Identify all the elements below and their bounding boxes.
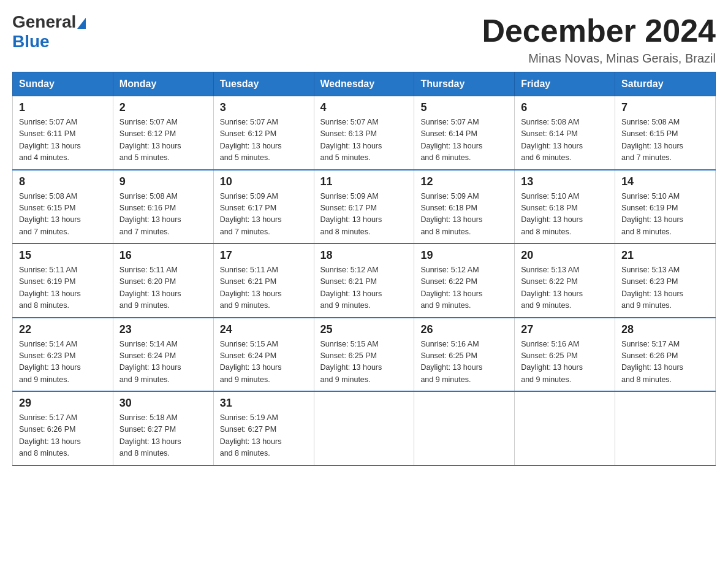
calendar-cell: 17Sunrise: 5:11 AM Sunset: 6:21 PM Dayli… xyxy=(213,243,314,318)
day-number: 27 xyxy=(521,323,609,336)
day-info: Sunrise: 5:09 AM Sunset: 6:17 PM Dayligh… xyxy=(320,191,408,239)
day-info: Sunrise: 5:13 AM Sunset: 6:23 PM Dayligh… xyxy=(621,264,709,312)
calendar-week-2: 8Sunrise: 5:08 AM Sunset: 6:15 PM Daylig… xyxy=(13,170,716,244)
day-info: Sunrise: 5:08 AM Sunset: 6:15 PM Dayligh… xyxy=(621,117,709,164)
calendar-week-1: 1Sunrise: 5:07 AM Sunset: 6:11 PM Daylig… xyxy=(13,96,716,170)
title-area: December 2024 Minas Novas, Minas Gerais,… xyxy=(482,12,716,66)
day-info: Sunrise: 5:09 AM Sunset: 6:18 PM Dayligh… xyxy=(420,191,508,239)
column-header-tuesday: Tuesday xyxy=(213,72,314,96)
column-header-wednesday: Wednesday xyxy=(314,72,414,96)
calendar-cell: 25Sunrise: 5:15 AM Sunset: 6:25 PM Dayli… xyxy=(314,318,414,392)
page-header: General Blue December 2024 Minas Novas, … xyxy=(12,12,716,66)
day-number: 1 xyxy=(19,101,107,114)
day-number: 25 xyxy=(320,323,408,336)
calendar-cell: 15Sunrise: 5:11 AM Sunset: 6:19 PM Dayli… xyxy=(13,243,113,318)
day-info: Sunrise: 5:16 AM Sunset: 6:25 PM Dayligh… xyxy=(420,339,508,386)
calendar-cell: 2Sunrise: 5:07 AM Sunset: 6:12 PM Daylig… xyxy=(113,96,213,170)
day-info: Sunrise: 5:16 AM Sunset: 6:25 PM Dayligh… xyxy=(521,339,609,386)
calendar-cell: 9Sunrise: 5:08 AM Sunset: 6:16 PM Daylig… xyxy=(113,170,213,244)
day-number: 24 xyxy=(220,323,308,336)
calendar-cell: 22Sunrise: 5:14 AM Sunset: 6:23 PM Dayli… xyxy=(13,318,113,392)
day-info: Sunrise: 5:08 AM Sunset: 6:14 PM Dayligh… xyxy=(521,117,609,164)
day-number: 2 xyxy=(119,101,207,114)
calendar-cell: 14Sunrise: 5:10 AM Sunset: 6:19 PM Dayli… xyxy=(615,170,716,244)
day-info: Sunrise: 5:17 AM Sunset: 6:26 PM Dayligh… xyxy=(621,339,709,386)
logo-general-text: General xyxy=(12,12,76,32)
day-number: 4 xyxy=(320,101,408,114)
column-header-friday: Friday xyxy=(515,72,615,96)
column-header-sunday: Sunday xyxy=(13,72,113,96)
day-info: Sunrise: 5:08 AM Sunset: 6:15 PM Dayligh… xyxy=(19,191,107,239)
column-header-monday: Monday xyxy=(113,72,213,96)
calendar-cell: 10Sunrise: 5:09 AM Sunset: 6:17 PM Dayli… xyxy=(213,170,314,244)
calendar-cell: 5Sunrise: 5:07 AM Sunset: 6:14 PM Daylig… xyxy=(414,96,515,170)
day-number: 17 xyxy=(220,249,308,262)
calendar-title: December 2024 xyxy=(482,12,716,49)
calendar-cell: 31Sunrise: 5:19 AM Sunset: 6:27 PM Dayli… xyxy=(213,391,314,465)
calendar-cell: 3Sunrise: 5:07 AM Sunset: 6:12 PM Daylig… xyxy=(213,96,314,170)
day-info: Sunrise: 5:07 AM Sunset: 6:11 PM Dayligh… xyxy=(19,117,107,164)
calendar-cell: 28Sunrise: 5:17 AM Sunset: 6:26 PM Dayli… xyxy=(615,318,716,392)
calendar-week-5: 29Sunrise: 5:17 AM Sunset: 6:26 PM Dayli… xyxy=(13,391,716,465)
calendar-week-4: 22Sunrise: 5:14 AM Sunset: 6:23 PM Dayli… xyxy=(13,318,716,392)
day-info: Sunrise: 5:14 AM Sunset: 6:23 PM Dayligh… xyxy=(19,339,107,386)
calendar-cell: 7Sunrise: 5:08 AM Sunset: 6:15 PM Daylig… xyxy=(615,96,716,170)
logo: General Blue xyxy=(12,12,87,52)
day-info: Sunrise: 5:15 AM Sunset: 6:25 PM Dayligh… xyxy=(320,339,408,386)
day-info: Sunrise: 5:12 AM Sunset: 6:21 PM Dayligh… xyxy=(320,264,408,312)
logo-blue-text: Blue xyxy=(12,32,50,51)
day-info: Sunrise: 5:08 AM Sunset: 6:16 PM Dayligh… xyxy=(119,191,207,239)
day-number: 15 xyxy=(19,249,107,262)
day-number: 13 xyxy=(521,175,609,188)
calendar-cell: 18Sunrise: 5:12 AM Sunset: 6:21 PM Dayli… xyxy=(314,243,414,318)
calendar-cell: 21Sunrise: 5:13 AM Sunset: 6:23 PM Dayli… xyxy=(615,243,716,318)
calendar-cell: 20Sunrise: 5:13 AM Sunset: 6:22 PM Dayli… xyxy=(515,243,615,318)
day-info: Sunrise: 5:07 AM Sunset: 6:12 PM Dayligh… xyxy=(119,117,207,164)
day-info: Sunrise: 5:09 AM Sunset: 6:17 PM Dayligh… xyxy=(220,191,308,239)
day-number: 21 xyxy=(621,249,709,262)
day-number: 3 xyxy=(220,101,308,114)
day-info: Sunrise: 5:07 AM Sunset: 6:14 PM Dayligh… xyxy=(420,117,508,164)
day-info: Sunrise: 5:11 AM Sunset: 6:19 PM Dayligh… xyxy=(19,264,107,312)
day-info: Sunrise: 5:15 AM Sunset: 6:24 PM Dayligh… xyxy=(220,339,308,386)
calendar-cell: 19Sunrise: 5:12 AM Sunset: 6:22 PM Dayli… xyxy=(414,243,515,318)
day-number: 10 xyxy=(220,175,308,188)
calendar-subtitle: Minas Novas, Minas Gerais, Brazil xyxy=(482,52,716,66)
day-number: 26 xyxy=(420,323,508,336)
day-number: 11 xyxy=(320,175,408,188)
day-number: 7 xyxy=(621,101,709,114)
calendar-cell: 6Sunrise: 5:08 AM Sunset: 6:14 PM Daylig… xyxy=(515,96,615,170)
day-number: 6 xyxy=(521,101,609,114)
day-info: Sunrise: 5:10 AM Sunset: 6:18 PM Dayligh… xyxy=(521,191,609,239)
day-info: Sunrise: 5:07 AM Sunset: 6:12 PM Dayligh… xyxy=(220,117,308,164)
day-number: 19 xyxy=(420,249,508,262)
calendar-cell: 23Sunrise: 5:14 AM Sunset: 6:24 PM Dayli… xyxy=(113,318,213,392)
day-info: Sunrise: 5:11 AM Sunset: 6:20 PM Dayligh… xyxy=(119,264,207,312)
column-header-thursday: Thursday xyxy=(414,72,515,96)
calendar-cell: 12Sunrise: 5:09 AM Sunset: 6:18 PM Dayli… xyxy=(414,170,515,244)
calendar-cell: 4Sunrise: 5:07 AM Sunset: 6:13 PM Daylig… xyxy=(314,96,414,170)
day-number: 31 xyxy=(220,397,308,410)
day-info: Sunrise: 5:12 AM Sunset: 6:22 PM Dayligh… xyxy=(420,264,508,312)
day-number: 23 xyxy=(119,323,207,336)
calendar-cell: 29Sunrise: 5:17 AM Sunset: 6:26 PM Dayli… xyxy=(13,391,113,465)
calendar-week-3: 15Sunrise: 5:11 AM Sunset: 6:19 PM Dayli… xyxy=(13,243,716,318)
day-info: Sunrise: 5:17 AM Sunset: 6:26 PM Dayligh… xyxy=(19,412,107,460)
calendar-cell xyxy=(414,391,515,465)
day-number: 8 xyxy=(19,175,107,188)
day-number: 18 xyxy=(320,249,408,262)
calendar-cell xyxy=(615,391,716,465)
calendar-cell: 11Sunrise: 5:09 AM Sunset: 6:17 PM Dayli… xyxy=(314,170,414,244)
day-number: 14 xyxy=(621,175,709,188)
day-number: 20 xyxy=(521,249,609,262)
calendar-cell xyxy=(314,391,414,465)
calendar-cell: 16Sunrise: 5:11 AM Sunset: 6:20 PM Dayli… xyxy=(113,243,213,318)
calendar-body: 1Sunrise: 5:07 AM Sunset: 6:11 PM Daylig… xyxy=(13,96,716,465)
calendar-cell: 13Sunrise: 5:10 AM Sunset: 6:18 PM Dayli… xyxy=(515,170,615,244)
calendar-table: SundayMondayTuesdayWednesdayThursdayFrid… xyxy=(12,72,716,466)
calendar-cell: 8Sunrise: 5:08 AM Sunset: 6:15 PM Daylig… xyxy=(13,170,113,244)
day-info: Sunrise: 5:14 AM Sunset: 6:24 PM Dayligh… xyxy=(119,339,207,386)
calendar-cell xyxy=(515,391,615,465)
day-number: 16 xyxy=(119,249,207,262)
calendar-cell: 24Sunrise: 5:15 AM Sunset: 6:24 PM Dayli… xyxy=(213,318,314,392)
